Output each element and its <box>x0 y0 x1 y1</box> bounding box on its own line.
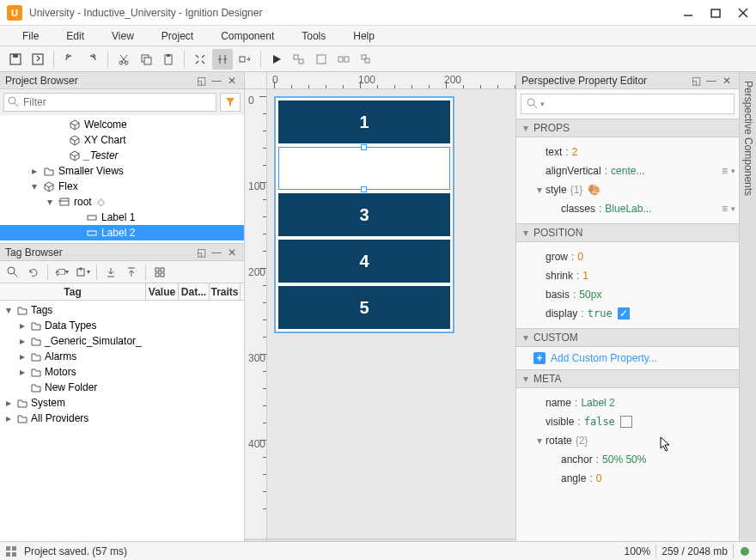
menu-view[interactable]: View <box>98 27 148 46</box>
tool-1-icon[interactable] <box>190 49 210 70</box>
menu-component[interactable]: Component <box>207 27 288 46</box>
menu-project[interactable]: Project <box>148 27 207 46</box>
property-search[interactable]: ▾ <box>521 94 735 114</box>
tree-node[interactable]: Welcome <box>0 117 244 132</box>
flex-root-container[interactable]: 1345 <box>274 96 454 333</box>
search-icon[interactable] <box>3 264 22 281</box>
menu-tools[interactable]: Tools <box>288 27 339 46</box>
add-custom-property[interactable]: +Add Custom Property... <box>516 347 739 369</box>
checkbox-icon[interactable] <box>620 416 632 428</box>
tree-node[interactable]: Label 2 <box>0 225 244 240</box>
prop-name[interactable]: name:Label 2 <box>533 393 735 412</box>
column-header[interactable]: Dat... <box>179 283 210 300</box>
tag-grid-icon[interactable] <box>150 264 169 281</box>
canvas-area[interactable]: 0100200 0100200300400 1345 Flex ✕ <box>245 72 515 560</box>
side-dock[interactable]: Perspective Components <box>739 72 756 560</box>
undo-icon[interactable] <box>59 49 80 70</box>
prop-basis[interactable]: basis:50px <box>533 285 735 304</box>
chevron-down-icon[interactable]: ▾ <box>731 204 735 213</box>
panel-minimize-icon[interactable]: — <box>210 246 223 259</box>
menu-icon[interactable]: ≡ <box>722 203 728 215</box>
flex-label-2[interactable] <box>278 147 450 190</box>
filter-options-icon[interactable] <box>220 93 241 112</box>
flex-label-5[interactable]: 5 <box>278 286 450 329</box>
align-3-icon[interactable] <box>333 49 354 70</box>
tag-node[interactable]: ▸All Providers <box>0 411 244 426</box>
prop-alignVertical[interactable]: alignVertical:cente...≡▾ <box>533 161 735 180</box>
prop-classes[interactable]: classes:BlueLab...≡▾ <box>533 199 735 218</box>
refresh-icon[interactable] <box>24 264 43 281</box>
prop-angle[interactable]: angle:0 <box>533 469 735 488</box>
section-props[interactable]: ▾PROPS <box>516 119 739 137</box>
flex-label-1[interactable]: 1 <box>278 100 450 143</box>
panel-close-icon[interactable]: ✕ <box>225 246 239 259</box>
prop-rotate[interactable]: ▾rotate{2} <box>533 431 735 450</box>
paint-icon[interactable]: 🎨 <box>588 184 601 196</box>
play-icon[interactable] <box>266 49 287 70</box>
prop-display[interactable]: display:true✓ <box>533 304 735 323</box>
align-1-icon[interactable] <box>289 49 309 70</box>
align-4-icon[interactable] <box>356 49 376 70</box>
tree-node[interactable]: ▾root◇ <box>0 194 244 210</box>
tag-import-icon[interactable] <box>101 264 120 281</box>
tree-node[interactable]: ▾Flex <box>0 179 244 194</box>
column-header[interactable]: Value <box>146 283 179 300</box>
panel-restore-icon[interactable]: ◱ <box>689 74 703 88</box>
tag-node[interactable]: ▸Data Types <box>0 318 244 333</box>
maximize-button[interactable] <box>710 7 722 19</box>
tag-add-icon[interactable]: 🏷▾ <box>52 264 71 281</box>
panel-minimize-icon[interactable]: — <box>210 74 223 88</box>
copy-icon[interactable] <box>136 49 156 70</box>
column-header[interactable]: Traits <box>210 283 241 300</box>
menu-help[interactable]: Help <box>339 27 388 46</box>
connection-icon[interactable] <box>739 545 751 557</box>
menu-edit[interactable]: Edit <box>52 27 98 46</box>
panel-restore-icon[interactable]: ◱ <box>194 246 208 259</box>
section-position[interactable]: ▾POSITION <box>516 223 739 242</box>
prop-shrink[interactable]: shrink:1 <box>533 266 735 285</box>
tool-3-icon[interactable] <box>235 49 255 70</box>
project-browser-filter[interactable] <box>3 93 216 112</box>
column-header[interactable]: Tag <box>0 283 146 300</box>
tag-new-icon[interactable]: ▾ <box>73 264 92 281</box>
tag-node[interactable]: ▸Motors <box>0 364 244 380</box>
tag-node[interactable]: ▸_Generic_Simulator_ <box>0 333 244 349</box>
tree-node[interactable]: _Tester <box>0 148 244 163</box>
chevron-down-icon[interactable]: ▾ <box>731 167 735 175</box>
section-meta[interactable]: ▾META <box>516 369 739 388</box>
menu-file[interactable]: File <box>9 27 52 46</box>
panel-close-icon[interactable]: ✕ <box>720 74 734 88</box>
tag-tree[interactable]: ▾Tags▸Data Types▸_Generic_Simulator_▸Ala… <box>0 301 244 560</box>
panel-close-icon[interactable]: ✕ <box>225 74 239 88</box>
cut-icon[interactable] <box>113 49 134 70</box>
redo-icon[interactable] <box>82 49 102 70</box>
close-button[interactable] <box>737 7 749 19</box>
flex-label-3[interactable]: 3 <box>278 193 450 236</box>
tag-export-icon[interactable] <box>122 264 141 281</box>
tag-node[interactable]: ▸System <box>0 395 244 411</box>
save-all-icon[interactable] <box>27 49 48 70</box>
checkbox-icon[interactable]: ✓ <box>618 307 630 320</box>
flex-label-4[interactable]: 4 <box>278 240 450 283</box>
prop-anchor[interactable]: anchor:50% 50% <box>533 450 735 469</box>
panel-restore-icon[interactable]: ◱ <box>194 74 208 88</box>
minimize-button[interactable] <box>682 7 694 19</box>
prop-style[interactable]: ▾style{1}🎨 <box>533 180 735 199</box>
tag-node[interactable]: ▸Alarms <box>0 349 244 364</box>
prop-visible[interactable]: visible:false <box>533 412 735 431</box>
paste-icon[interactable] <box>158 49 179 70</box>
tree-node[interactable]: ▸Smaller Views <box>0 163 244 179</box>
zoom-level[interactable]: 100% <box>625 545 651 557</box>
section-custom[interactable]: ▾CUSTOM <box>516 328 739 347</box>
tree-node[interactable]: XY Chart <box>0 132 244 148</box>
prop-grow[interactable]: grow:0 <box>533 247 735 266</box>
tag-node[interactable]: ▾Tags <box>0 302 244 318</box>
tag-node[interactable]: New Folder <box>0 380 244 395</box>
panel-minimize-icon[interactable]: — <box>704 74 718 88</box>
menu-icon[interactable]: ≡ <box>722 165 728 177</box>
tool-2-icon[interactable] <box>212 49 233 70</box>
prop-text[interactable]: text:2 <box>533 143 735 161</box>
align-2-icon[interactable] <box>311 49 332 70</box>
tree-node[interactable]: Label 1 <box>0 210 244 225</box>
project-tree[interactable]: WelcomeXY Chart_Tester▸Smaller Views▾Fle… <box>0 115 244 243</box>
